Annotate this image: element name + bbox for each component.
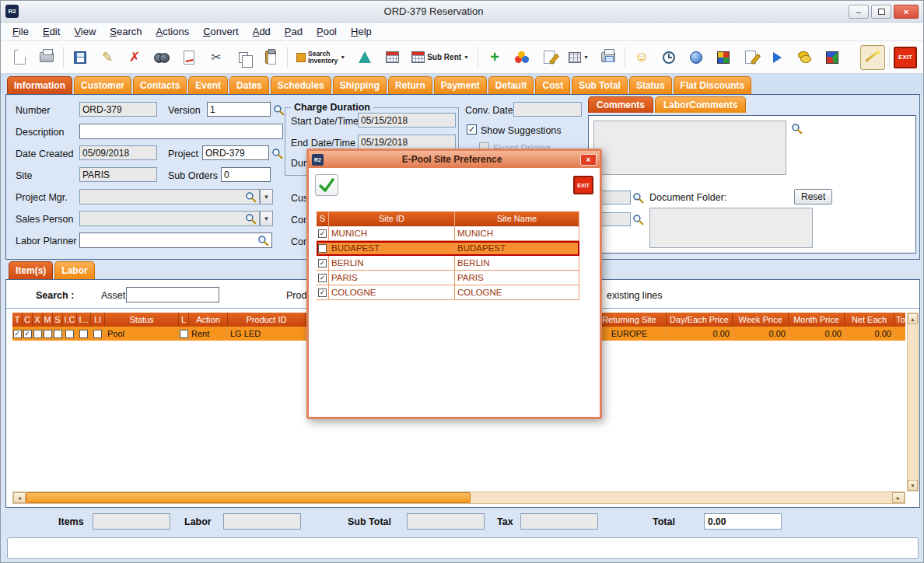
search-inventory-button[interactable]: Search Inventory ▼: [292, 45, 350, 70]
sales-person-field[interactable]: [79, 211, 260, 226]
version-field[interactable]: 1: [207, 102, 271, 117]
col-i[interactable]: I...: [77, 313, 91, 327]
tab-customer[interactable]: Customer: [74, 76, 131, 94]
col-week-price[interactable]: Week Price: [733, 313, 789, 327]
menu-convert[interactable]: Convert: [196, 23, 246, 40]
site-field[interactable]: PARIS: [79, 167, 157, 182]
tab-shipping[interactable]: Shipping: [333, 76, 387, 94]
scroll-up-button[interactable]: ▲: [908, 313, 918, 324]
site-row-berlin[interactable]: ✓ BERLIN BERLIN: [317, 256, 579, 271]
site-checkbox[interactable]: ✓: [318, 259, 327, 268]
row-checkbox-s[interactable]: [54, 330, 62, 338]
history-button[interactable]: [656, 45, 681, 70]
menu-add[interactable]: Add: [246, 23, 278, 40]
end-date-field[interactable]: 05/19/2018: [358, 135, 456, 149]
comments-textarea[interactable]: [593, 121, 786, 175]
sub-orders-field[interactable]: 0: [221, 167, 271, 182]
col-x[interactable]: X: [33, 313, 43, 327]
site-checkbox[interactable]: ✓: [318, 229, 327, 238]
scroll-left-button[interactable]: ◄: [13, 492, 26, 503]
scroll-down-button[interactable]: ▼: [908, 480, 918, 491]
asset-search-input[interactable]: [126, 287, 219, 302]
sales-person-dropdown[interactable]: ▼: [260, 211, 273, 226]
site-checkbox[interactable]: ✓: [318, 274, 327, 282]
project-field[interactable]: ORD-379: [202, 145, 269, 160]
site-row-cologne[interactable]: ✓ COLOGNE COLOGNE: [317, 285, 579, 300]
paste-button[interactable]: [258, 45, 283, 70]
folder-search-button-1[interactable]: [631, 191, 646, 205]
menu-pad[interactable]: Pad: [278, 23, 310, 40]
annotate-button[interactable]: [177, 45, 201, 70]
tab-schedules[interactable]: Schedules: [271, 76, 331, 94]
row-checkbox-t[interactable]: ✓: [13, 330, 22, 338]
col-month-price[interactable]: Month Price: [789, 313, 845, 327]
financials-button[interactable]: [793, 45, 817, 70]
col-m[interactable]: M: [43, 313, 53, 327]
dialog-close-button[interactable]: ×: [580, 154, 597, 166]
col-ic[interactable]: I.C: [63, 313, 77, 327]
exit-button[interactable]: EXIT: [894, 47, 917, 68]
row-checkbox-m[interactable]: [44, 330, 52, 338]
tab-flat-discounts[interactable]: Flat Discounts: [674, 76, 752, 94]
site-checkbox[interactable]: [318, 244, 327, 253]
tab-labor-comments[interactable]: LaborComments: [655, 96, 746, 113]
print-button[interactable]: [34, 45, 59, 70]
menu-search[interactable]: Search: [103, 23, 149, 40]
availability-button[interactable]: [380, 45, 404, 70]
row-checkbox-l[interactable]: [180, 330, 188, 338]
new-button[interactable]: [7, 45, 32, 70]
tab-comments[interactable]: Comments: [588, 96, 653, 113]
feedback-button[interactable]: ☺: [629, 45, 654, 70]
tab-sub-total[interactable]: Sub Total: [572, 76, 628, 94]
row-checkbox-x[interactable]: [33, 330, 42, 338]
description-field[interactable]: [79, 124, 283, 139]
project-mgr-field[interactable]: [79, 189, 260, 205]
print-report-button[interactable]: [596, 45, 621, 70]
sub-rent-button[interactable]: Sub Rent ▼: [407, 45, 474, 70]
grid-view-button[interactable]: ▼: [564, 45, 593, 70]
col-total[interactable]: Total: [894, 313, 905, 327]
site-row-paris[interactable]: ✓ PARIS PARIS: [317, 271, 579, 285]
site-col-id[interactable]: Site ID: [329, 212, 455, 226]
row-checkbox-c[interactable]: ✓: [23, 330, 32, 338]
col-day-each-price[interactable]: Day/Each Price: [667, 313, 733, 327]
col-net-each[interactable]: Net Each: [845, 313, 894, 327]
save-button[interactable]: [68, 45, 93, 70]
row-checkbox-ic[interactable]: [65, 330, 74, 338]
tools-button[interactable]: [711, 45, 736, 70]
site-checkbox[interactable]: ✓: [318, 288, 327, 297]
menu-view[interactable]: View: [67, 23, 103, 40]
horizontal-scrollbar[interactable]: ◄ ►: [12, 491, 905, 504]
col-action[interactable]: Action: [189, 313, 228, 327]
col-s[interactable]: S: [53, 313, 63, 327]
notes-button[interactable]: [537, 45, 562, 70]
labor-planner-field[interactable]: [79, 233, 272, 248]
maximize-button[interactable]: [871, 5, 891, 19]
conv-date-field[interactable]: [513, 102, 582, 117]
row-checkbox-ii[interactable]: [93, 330, 102, 338]
tab-cost[interactable]: Cost: [535, 76, 570, 94]
col-ii[interactable]: I.I: [91, 313, 105, 327]
tab-labor[interactable]: Labor: [54, 261, 94, 279]
start-date-field[interactable]: 05/15/2018: [358, 113, 456, 128]
tab-dates[interactable]: Dates: [229, 76, 269, 94]
minimize-button[interactable]: –: [849, 5, 869, 19]
document-folder-area[interactable]: [649, 208, 813, 248]
show-suggestions-checkbox[interactable]: ✓: [467, 124, 477, 135]
edit-notes-button[interactable]: [738, 45, 763, 70]
menu-pool[interactable]: Pool: [310, 23, 344, 40]
col-t[interactable]: T: [12, 313, 23, 327]
tab-information[interactable]: Information: [7, 76, 72, 94]
dialog-exit-button[interactable]: EXIT: [573, 176, 593, 194]
scroll-right-button[interactable]: ►: [892, 492, 905, 503]
export-button[interactable]: [765, 45, 790, 70]
tab-payment[interactable]: Payment: [434, 76, 487, 94]
col-returning-site[interactable]: Returning Site: [593, 313, 667, 327]
delete-button[interactable]: ✗: [122, 45, 147, 70]
col-l[interactable]: L: [179, 313, 189, 327]
add-line-button[interactable]: +: [482, 45, 507, 70]
col-status[interactable]: Status: [105, 313, 179, 327]
project-mgr-dropdown[interactable]: ▼: [260, 189, 273, 205]
cube-button[interactable]: [820, 45, 845, 70]
col-c[interactable]: C: [23, 313, 33, 327]
